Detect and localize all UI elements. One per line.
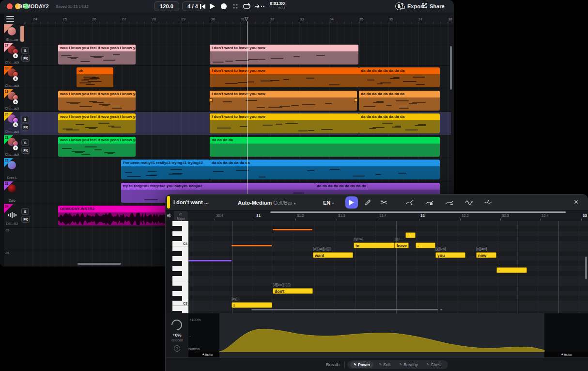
black-key[interactable] xyxy=(172,271,182,276)
clip[interactable]: I don't want to leave you now xyxy=(210,113,359,133)
black-key[interactable] xyxy=(172,286,182,290)
grid-row xyxy=(188,266,588,271)
piano-keyboard[interactable]: C4C3 xyxy=(172,221,188,313)
note[interactable]: want xyxy=(313,252,353,258)
help-icon[interactable]: ? xyxy=(174,345,180,352)
ruler-bar-label: 26 xyxy=(92,17,96,21)
pitch-anchor-tool[interactable] xyxy=(424,198,434,207)
clip[interactable]: da da da da xyxy=(210,137,440,157)
param-auto-right[interactable]: ✦Auto xyxy=(544,352,588,357)
metronome-dots-button[interactable] xyxy=(231,2,240,10)
mode-button-soft[interactable]: ✎Soft xyxy=(375,361,394,368)
clip[interactable]: woo i know you feel it woo yeah i know y… xyxy=(58,91,136,111)
note[interactable]: I xyxy=(232,302,272,308)
clip[interactable]: woo i know you feel it woo yeah i know y… xyxy=(58,137,136,157)
note[interactable]: now xyxy=(476,252,496,258)
note[interactable]: leave xyxy=(395,242,409,248)
pitch-curve-tool[interactable] xyxy=(404,198,414,207)
clip[interactable]: oh xyxy=(77,67,113,87)
clip[interactable]: I've been really#1 really#2 trying#1 try… xyxy=(121,160,210,179)
clip[interactable]: I don't want to leave you now xyxy=(210,67,359,87)
param-scale-top: +100% xyxy=(189,318,201,322)
vibrato-tool[interactable] xyxy=(464,198,474,207)
note[interactable]: - xyxy=(496,267,527,273)
editor-range-indicator[interactable] xyxy=(270,211,566,213)
clip[interactable] xyxy=(20,26,24,42)
clip-resize-handle-right[interactable] xyxy=(354,98,357,102)
fx-button[interactable]: FX xyxy=(21,147,30,154)
time-display[interactable]: 0:01:00 500 xyxy=(265,1,285,11)
solo-button[interactable]: S xyxy=(21,139,29,146)
mode-button-power[interactable]: ✎Power xyxy=(350,361,373,368)
black-key[interactable] xyxy=(172,226,182,231)
fx-button[interactable]: FX xyxy=(21,124,30,130)
track-name: Cho...ack xyxy=(4,84,20,87)
note[interactable]: to xyxy=(354,242,395,248)
arrangement-ruler[interactable]: 242526272829303132333435363738 xyxy=(0,14,454,24)
black-key[interactable] xyxy=(172,296,182,301)
editor-play-button[interactable] xyxy=(345,196,358,209)
mode-button-chest[interactable]: ✎Chest xyxy=(423,361,445,368)
clip[interactable]: da da da da da da da xyxy=(210,160,440,179)
clip[interactable]: da da da da da da da da xyxy=(359,67,440,87)
close-traffic-light[interactable] xyxy=(7,3,13,9)
note[interactable]: - xyxy=(416,242,435,248)
skip-to-start-button[interactable] xyxy=(198,2,207,10)
close-icon[interactable]: ✕ xyxy=(573,198,579,206)
solo-button[interactable]: S xyxy=(21,208,29,215)
mode-button-breathy[interactable]: ✎Breathy xyxy=(396,361,421,368)
play-button[interactable] xyxy=(208,2,217,10)
param-lane[interactable]: +100% - Normal ✦Auto ✦Auto xyxy=(188,313,588,358)
clip-note xyxy=(148,171,157,172)
clip-resize-handle-left[interactable] xyxy=(209,98,213,102)
arrangement-horizontal-scrollbar[interactable] xyxy=(77,263,121,265)
editor-vertical-scrollbar[interactable] xyxy=(585,257,587,279)
loop-button[interactable] xyxy=(242,2,251,10)
note[interactable]: you xyxy=(435,252,465,258)
fx-button[interactable]: FX xyxy=(21,55,30,62)
black-key[interactable] xyxy=(172,236,182,241)
tempo-display[interactable]: 120.0 xyxy=(154,1,179,11)
note[interactable]: - xyxy=(405,232,416,238)
fx-button[interactable]: FX xyxy=(21,216,30,223)
clip[interactable]: I don't want to leave you now xyxy=(210,91,357,111)
clip-note xyxy=(223,101,232,102)
param-knob[interactable] xyxy=(169,317,184,332)
track-number: 20 xyxy=(5,113,8,116)
track-lane[interactable] xyxy=(20,24,451,43)
clip[interactable]: woo i know you feel it woo yeah i know y… xyxy=(58,45,136,65)
clip-note xyxy=(413,77,425,78)
menu-icon[interactable] xyxy=(6,16,14,22)
note[interactable]: don't xyxy=(273,288,313,294)
playhead-marker[interactable]: ▽ xyxy=(245,16,248,21)
editor-horizontal-scrollbar[interactable] xyxy=(251,309,438,310)
arrangement-vertical-scrollbar[interactable] xyxy=(450,46,452,90)
clip[interactable]: I don't want to leave you now xyxy=(210,45,358,65)
pencil-tool[interactable] xyxy=(363,198,372,207)
clip[interactable]: woo i know you feel it woo yeah i know y… xyxy=(58,113,136,133)
export-button[interactable]: Export xyxy=(400,3,424,10)
follow-playhead-button[interactable] xyxy=(254,2,265,10)
param-auto-left[interactable]: ✦Auto xyxy=(188,352,219,357)
solo-button[interactable]: S xyxy=(21,116,29,123)
clip-title: da da da da da da da da xyxy=(359,67,440,74)
clip-note xyxy=(98,123,109,124)
pitch-mode-dropdown[interactable]: Auto-Medium Cell/Bar ▾ xyxy=(238,200,296,206)
key-signature-selector[interactable]: C Major xyxy=(174,211,188,221)
solo-button[interactable]: S xyxy=(21,47,29,54)
black-key[interactable] xyxy=(172,251,182,256)
share-button[interactable]: Share xyxy=(422,3,445,9)
black-key[interactable] xyxy=(172,261,182,266)
pitch-shake-tool[interactable] xyxy=(483,198,493,207)
scissors-tool[interactable]: ✂ xyxy=(379,198,389,207)
editor-ruler[interactable]: 30.43131.231.331.43232.232.332.433 xyxy=(188,210,588,221)
record-button[interactable] xyxy=(219,2,228,10)
speaker-icon[interactable] xyxy=(167,213,172,218)
clip-title: try to forget#1 forget#2 you baby#1 baby… xyxy=(121,183,315,190)
editor-scrollbar-dot[interactable] xyxy=(440,309,442,310)
language-dropdown[interactable]: EN ▾ xyxy=(323,200,334,206)
clip[interactable]: da da da da da da da da xyxy=(359,113,440,133)
pitch-draw-tool[interactable] xyxy=(444,198,454,207)
note-grid[interactable]: [ay]I[d][ow][n][t]don't[w][aa][n][t]want… xyxy=(188,221,588,313)
clip[interactable]: da da da da da da da da xyxy=(359,91,440,111)
